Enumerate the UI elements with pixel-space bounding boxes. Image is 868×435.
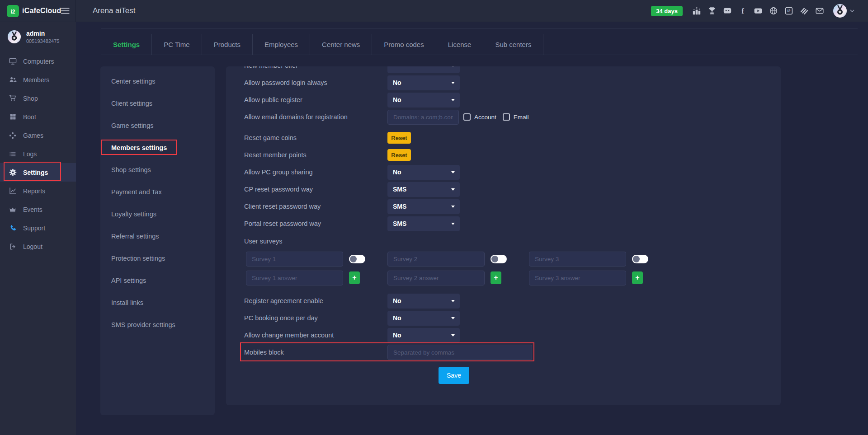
- sidebar-item-events[interactable]: Events: [0, 200, 76, 219]
- tab-pc-time[interactable]: PC Time: [152, 34, 202, 55]
- pc-group-sharing-select[interactable]: No: [387, 165, 460, 180]
- survey3-input[interactable]: [529, 252, 626, 267]
- survey2-input[interactable]: [387, 252, 485, 267]
- license-days-badge[interactable]: 34 days: [651, 6, 683, 16]
- client-reset-password-select[interactable]: SMS: [387, 199, 460, 214]
- survey1-toggle[interactable]: [349, 255, 365, 263]
- globe-icon[interactable]: [769, 6, 778, 16]
- tab-center-news[interactable]: Center news: [310, 34, 372, 55]
- sidebar-item-logout[interactable]: Logout: [0, 237, 76, 256]
- tab-settings[interactable]: Settings: [101, 34, 152, 55]
- facebook-icon[interactable]: f: [738, 6, 748, 16]
- hamburger-menu-icon[interactable]: [61, 8, 70, 14]
- menu-protection-settings[interactable]: Protection settings: [100, 247, 215, 269]
- form-row-mobiles-block: Mobiles block: [226, 344, 781, 361]
- account-checkbox[interactable]: [463, 113, 471, 121]
- field-label: Allow public register: [244, 96, 387, 103]
- youtube-icon[interactable]: [753, 6, 763, 16]
- avatar: [833, 4, 847, 18]
- field-label: Register agreement enable: [244, 297, 387, 304]
- menu-loyalty-settings[interactable]: Loyalty settings: [100, 203, 215, 225]
- menu-client-settings[interactable]: Client settings: [100, 92, 215, 114]
- reset-member-points-button[interactable]: Reset: [387, 149, 411, 161]
- brand-logo[interactable]: i2 iCafeCloud: [7, 5, 61, 17]
- sidebar-item-games[interactable]: Games: [0, 126, 76, 145]
- menu-shop-settings[interactable]: Shop settings: [100, 159, 215, 181]
- new-member-offer-select[interactable]: [387, 66, 460, 73]
- logo-area: i2 iCafeCloud: [0, 0, 76, 22]
- account-checkbox-label: Account: [474, 114, 496, 121]
- field-label: Allow email domains for registration: [244, 113, 387, 121]
- ranking-icon[interactable]: [692, 6, 702, 16]
- user-block[interactable]: admin 005193482475: [7, 30, 59, 44]
- mail-icon[interactable]: [815, 6, 825, 16]
- survey1-add-button[interactable]: +: [349, 271, 360, 284]
- tab-products[interactable]: Products: [202, 34, 253, 55]
- survey1-input[interactable]: [246, 252, 343, 267]
- sidebar-item-computers[interactable]: Computers: [0, 52, 76, 70]
- sidebar-item-reports[interactable]: Reports: [0, 182, 76, 200]
- sidebar-item-label: Members: [23, 76, 49, 84]
- survey1-answer-input[interactable]: [246, 271, 343, 285]
- register-agreement-select[interactable]: No: [387, 294, 460, 309]
- menu-members-settings[interactable]: Members settings: [100, 136, 215, 159]
- cp-reset-password-select[interactable]: SMS: [387, 182, 460, 197]
- survey3-toggle[interactable]: [632, 255, 648, 263]
- form-row-reset-game-coins: Reset game coins Reset: [226, 129, 781, 146]
- cart-icon: [8, 94, 17, 103]
- sidebar-item-support[interactable]: Support: [0, 219, 76, 237]
- menu-center-settings[interactable]: Center settings: [100, 70, 215, 92]
- public-register-select[interactable]: No: [387, 93, 460, 108]
- sidebar-nav: Computers Members Shop: [0, 52, 76, 256]
- icafecloud-icon[interactable]: i2: [784, 6, 794, 16]
- field-label: Client reset password way: [244, 203, 387, 210]
- menu-referral-settings[interactable]: Referral settings: [100, 225, 215, 247]
- field-label: Portal reset password way: [244, 220, 387, 227]
- survey2-answer-input[interactable]: [387, 271, 485, 285]
- svg-text:i2: i2: [787, 9, 790, 13]
- survey3-answer-input[interactable]: [529, 271, 626, 285]
- sidebar-item-settings[interactable]: Settings: [0, 163, 76, 182]
- email-checkbox[interactable]: [503, 113, 510, 121]
- sidebar-item-boot[interactable]: Boot: [0, 108, 76, 126]
- portal-reset-password-select[interactable]: SMS: [387, 216, 460, 231]
- form-row-email-domains: Allow email domains for registration Acc…: [226, 108, 781, 126]
- trophy-icon[interactable]: [707, 6, 717, 16]
- survey2-add-button[interactable]: +: [491, 271, 501, 284]
- menu-game-settings[interactable]: Game settings: [100, 114, 215, 136]
- email-domains-input[interactable]: [387, 110, 459, 125]
- survey3-add-button[interactable]: +: [632, 271, 643, 284]
- sidebar-item-label: Computers: [23, 58, 54, 65]
- save-button[interactable]: Save: [439, 367, 469, 384]
- tab-sub-centers[interactable]: Sub centers: [483, 34, 543, 55]
- field-label: Allow password login always: [244, 79, 387, 86]
- change-member-account-select[interactable]: No: [387, 328, 460, 343]
- password-login-select[interactable]: No: [387, 75, 460, 90]
- menu-payment-and-tax[interactable]: Payment and Tax: [100, 181, 215, 203]
- pc-booking-select[interactable]: No: [387, 311, 460, 326]
- menu-api-settings[interactable]: API settings: [100, 269, 215, 291]
- survey2-toggle[interactable]: [491, 255, 507, 263]
- tab-license[interactable]: License: [436, 34, 484, 55]
- tab-employees[interactable]: Employees: [253, 34, 310, 55]
- mobiles-block-input[interactable]: [387, 345, 532, 360]
- page-title: Arena aiTest: [93, 6, 136, 15]
- sidebar-item-logs[interactable]: Logs: [0, 145, 76, 163]
- menu-sms-provider-settings[interactable]: SMS provider settings: [100, 313, 215, 336]
- field-label: New member offer: [244, 66, 387, 69]
- email-checkbox-label: Email: [514, 114, 529, 121]
- sidebar-item-label: Settings: [23, 169, 48, 176]
- sidebar-item-members[interactable]: Members: [0, 70, 76, 89]
- toggle-knob: [491, 256, 498, 262]
- reset-game-coins-button[interactable]: Reset: [387, 132, 411, 144]
- sidebar-item-label: Support: [23, 225, 45, 232]
- pages-icon[interactable]: [799, 6, 809, 16]
- menu-install-links[interactable]: Install links: [100, 291, 215, 313]
- survey-answer-row: + + +: [226, 269, 781, 286]
- field-label: Allow change member account: [244, 332, 387, 339]
- sidebar-item-shop[interactable]: Shop: [0, 89, 76, 108]
- user-menu[interactable]: [833, 4, 854, 18]
- discord-icon[interactable]: [722, 6, 732, 16]
- tab-promo-codes[interactable]: Promo codes: [372, 34, 436, 55]
- main-content: Settings PC Time Products Employees Cent…: [76, 22, 868, 435]
